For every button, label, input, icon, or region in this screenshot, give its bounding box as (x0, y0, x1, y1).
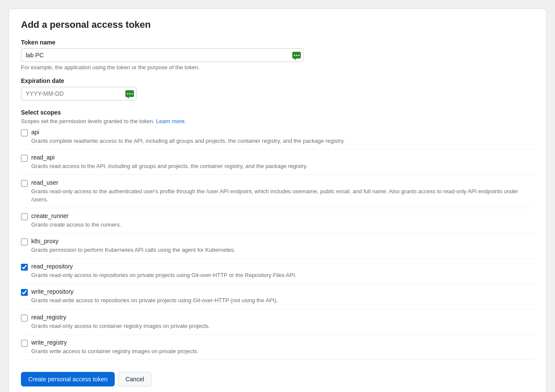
expiration-group: Expiration date (21, 77, 534, 100)
scope-checkbox-write_repository[interactable] (21, 289, 28, 296)
scope-desc-write_registry: Grants write access to container registr… (31, 348, 534, 355)
scope-checkbox-k8s_proxy[interactable] (21, 239, 28, 245)
scopes-list: apiGrants complete read/write access to … (21, 124, 534, 360)
scope-desc-write_repository: Grants read-write access to repositories… (31, 297, 534, 304)
page-title: Add a personal access token (21, 19, 534, 30)
page-container: Add a personal access token Token name F… (9, 9, 546, 392)
expiration-label: Expiration date (21, 77, 534, 84)
expiration-input[interactable] (21, 87, 137, 100)
scope-name-api: api (31, 129, 39, 136)
token-name-label: Token name (21, 39, 534, 46)
token-name-icon[interactable] (292, 52, 301, 59)
scope-desc-api: Grants complete read/write access to the… (31, 137, 534, 145)
scope-item: read_userGrants read-only access to the … (21, 175, 534, 208)
scope-item: read_apiGrants read access to the API, i… (21, 150, 534, 175)
cancel-button[interactable]: Cancel (118, 372, 151, 386)
scope-name-read_user: read_user (31, 179, 58, 186)
scope-desc-k8s_proxy: Grants permission to perform Kubernetes … (31, 246, 534, 254)
scope-desc-read_user: Grants read-only access to the authentic… (31, 188, 534, 203)
scope-name-k8s_proxy: k8s_proxy (31, 238, 59, 245)
scope-checkbox-read_api[interactable] (21, 155, 28, 162)
create-token-button[interactable]: Create personal access token (21, 372, 115, 386)
scope-desc-read_registry: Grants read-only access to container reg… (31, 322, 534, 330)
scopes-hint-text: Scopes set the permission levels granted… (21, 118, 154, 124)
token-name-hint: For example, the application using the t… (21, 64, 534, 71)
scope-item: create_runnerGrants create access to the… (21, 208, 534, 233)
scope-name-read_registry: read_registry (31, 314, 66, 321)
expiration-icon[interactable] (125, 90, 134, 97)
scope-name-write_registry: write_registry (31, 339, 67, 346)
scope-item: k8s_proxyGrants permission to perform Ku… (21, 233, 534, 259)
scope-checkbox-create_runner[interactable] (21, 213, 28, 220)
scopes-hint: Scopes set the permission levels granted… (21, 118, 534, 124)
token-name-input-wrapper (21, 48, 303, 62)
scope-checkbox-read_user[interactable] (21, 180, 28, 187)
scope-checkbox-api[interactable] (21, 130, 28, 136)
expiration-input-wrapper (21, 87, 137, 100)
form-actions: Create personal access token Cancel (21, 372, 534, 386)
scope-item: apiGrants complete read/write access to … (21, 124, 534, 150)
scope-item: read_repositoryGrants read-only access t… (21, 259, 534, 284)
scope-desc-read_repository: Grants read-only access to repositories … (31, 271, 534, 279)
scope-desc-create_runner: Grants create access to the runners. (31, 221, 534, 229)
scopes-section: Select scopes Scopes set the permission … (21, 109, 534, 360)
scope-name-create_runner: create_runner (31, 212, 68, 219)
scopes-learn-more-link[interactable]: Learn more. (156, 118, 186, 124)
scope-checkbox-read_registry[interactable] (21, 315, 28, 321)
token-name-input[interactable] (21, 48, 303, 62)
scopes-label: Select scopes (21, 109, 534, 116)
scope-item: read_registryGrants read-only access to … (21, 309, 534, 335)
scope-checkbox-write_registry[interactable] (21, 340, 28, 347)
scope-name-write_repository: write_repository (31, 288, 74, 295)
token-name-group: Token name For example, the application … (21, 39, 534, 71)
scope-name-read_repository: read_repository (31, 263, 73, 270)
scope-checkbox-read_repository[interactable] (21, 264, 28, 271)
scope-item: write_repositoryGrants read-write access… (21, 284, 534, 309)
scope-name-read_api: read_api (31, 154, 55, 161)
scope-item: write_registryGrants write access to con… (21, 335, 534, 360)
scope-desc-read_api: Grants read access to the API, including… (31, 162, 534, 170)
